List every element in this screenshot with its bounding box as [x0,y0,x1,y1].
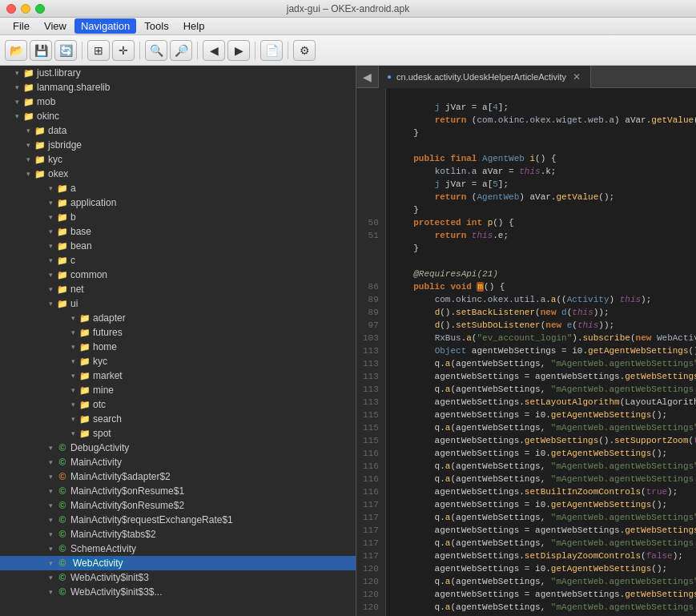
tree-item-lanmang[interactable]: ▾ 📁 lanmang.sharelib [0,80,356,95]
tree-label: common [70,269,107,280]
save-all-button[interactable]: 💾 [30,40,52,61]
tree-arrow: ▾ [45,183,56,194]
main-area: ▾ 📁 just.library ▾ 📁 lanmang.sharelib ▾ … [0,66,696,616]
tree-label: futures [93,327,123,338]
tree-item-b[interactable]: ▾ 📁 b [0,210,356,224]
tree-label: MainActivity$requestExchangeRate$1 [70,514,233,525]
code-line: q.a(agentWebSettings, "mAgentWeb.agentWe… [392,357,690,370]
tree-item-futures[interactable]: ▾ 📁 futures [0,325,356,340]
tree-item-main-activity-adapter[interactable]: ▾ © MainActivity$adapter$2 [0,469,356,484]
tree-item-web-activity-init3-more[interactable]: ▾ © WebActivity$init$3$... [0,585,356,599]
code-line: agentWebSettings = agentWebSettings.getW… [392,370,690,383]
decompile-button[interactable]: 📄 [260,40,283,61]
tree-item-mob[interactable]: ▾ 📁 mob [0,95,356,109]
text-search-button[interactable]: 🔍 [145,40,167,61]
tree-item-okinc[interactable]: ▾ 📁 okinc [0,109,356,123]
tree-item-common[interactable]: ▾ 📁 common [0,268,356,282]
code-line: d().setSubDoListener(new e(this)); [392,319,690,332]
tree-arrow: ▾ [67,312,78,324]
menu-navigation[interactable]: Navigation [74,18,136,34]
tree-label: search [93,413,122,425]
tree-item-main-activity-tabs[interactable]: ▾ © MainActivity$tabs$2 [0,527,356,542]
code-line: return (AgentWeb) aVar.getValue(); [392,191,690,203]
tree-arrow: ▾ [67,428,78,439]
tree-item-search[interactable]: ▾ 📁 search [0,412,356,426]
settings-button[interactable]: ⚙ [293,40,316,61]
tree-item-bean[interactable]: ▾ 📁 bean [0,239,356,253]
menu-view[interactable]: View [38,18,73,34]
tree-item-application[interactable]: ▾ 📁 application [0,195,356,210]
tree-item-otc[interactable]: ▾ 📁 otc [0,397,356,412]
code-text: j jVar = a[4]; return (com.okinc.okex.wi… [386,88,696,616]
tree-label: mine [93,384,114,396]
tab-bar: ◀ ● cn.udesk.activity.UdeskHelperArticle… [356,66,696,88]
tree-label: adapter [93,312,126,324]
folder-icon: 📁 [56,183,69,194]
tree-item-web-activity-init3[interactable]: ▾ © WebActivity$init$3 [0,570,356,585]
menu-help[interactable]: Help [177,18,211,34]
tree-item-debug-activity[interactable]: ▾ © DebugActivity [0,441,356,455]
folder-icon: 📁 [34,125,46,136]
tree-arrow: ▾ [22,168,34,179]
tree-label: base [70,226,91,237]
tree-item-main-activity-onresume1[interactable]: ▾ © MainActivity$onResume$1 [0,484,356,498]
tree-item-home[interactable]: ▾ 📁 home [0,340,356,354]
folder-icon: 📁 [56,298,69,309]
menu-tools[interactable]: Tools [138,18,175,34]
class-icon: © [56,572,69,583]
maximize-button[interactable] [35,4,45,14]
tree-item-market[interactable]: ▾ 📁 market [0,368,356,383]
tree-item-base[interactable]: ▾ 📁 base [0,224,356,239]
folder-icon: 📁 [78,399,91,410]
code-line: d().setBackListener(new d(this)); [392,306,690,319]
tree-item-spot[interactable]: ▾ 📁 spot [0,426,356,441]
forward-button[interactable]: ▶ [227,40,250,61]
toolbar-separator-3 [197,42,198,59]
tab-back-button[interactable]: ◀ [356,66,379,88]
class-icon: © [56,529,69,540]
tree-item-web-activity[interactable]: ▾ © WebActivity [0,556,356,570]
back-button[interactable]: ◀ [203,40,225,61]
tree-item-net[interactable]: ▾ 📁 net [0,282,356,296]
code-line: agentWebSettings.setDisplayZoomControls(… [392,550,690,562]
tree-item-ui[interactable]: ▾ 📁 ui [0,296,356,311]
tree-label: okex [48,168,68,179]
reload-button[interactable]: 🔄 [54,40,77,61]
tree-item-main-activity[interactable]: ▾ © MainActivity [0,455,356,469]
tree-item-main-activity-request[interactable]: ▾ © MainActivity$requestExchangeRate$1 [0,513,356,527]
tree-item-a[interactable]: ▾ 📁 a [0,181,356,195]
tree-arrow: ▾ [11,82,22,93]
code-line: kotlin.a aVar = this.k; [392,165,690,178]
tree-item-kyc-top[interactable]: ▾ 📁 kyc [0,152,356,167]
tree-item-just-library[interactable]: ▾ 📁 just.library [0,66,356,80]
code-line: q.a(agentWebSettings, "mAgentWeb.agentWe… [392,421,690,434]
minimize-button[interactable] [21,4,30,14]
close-button[interactable] [6,4,16,14]
menu-file[interactable]: File [6,18,36,34]
tree-item-mine[interactable]: ▾ 📁 mine [0,383,356,397]
tab-close-button[interactable]: ✕ [571,71,582,83]
tree-item-kyc-ui[interactable]: ▾ 📁 kyc [0,354,356,368]
tree-item-c[interactable]: ▾ 📁 c [0,253,356,268]
tree-label: bean [70,240,92,252]
file-tree-panel: ▾ 📁 just.library ▾ 📁 lanmang.sharelib ▾ … [0,66,356,616]
tree-item-scheme-activity[interactable]: ▾ © SchemeActivity [0,542,356,556]
tree-item-jsbridge[interactable]: ▾ 📁 jsbridge [0,138,356,152]
tree-label: application [70,197,116,208]
code-tab[interactable]: ● cn.udesk.activity.UdeskHelperArticleAc… [379,66,591,88]
open-file-button[interactable]: 📂 [5,40,27,61]
tree-arrow: ▾ [45,457,56,468]
code-view[interactable]: 50 51 86 89 89 97 103 113 113 113 113 11… [356,88,696,616]
tree-item-data[interactable]: ▾ 📁 data [0,123,356,138]
tree-arrow: ▾ [45,543,56,554]
tree-label: otc [93,399,106,410]
tree-item-adapter[interactable]: ▾ 📁 adapter [0,311,356,325]
zoom-in-button[interactable]: 🔎 [170,40,192,61]
add-button[interactable]: ✛ [112,40,135,61]
folder-icon: 📁 [56,269,69,280]
show-all-button[interactable]: ⊞ [87,40,110,61]
tree-label: MainActivity$onResume$1 [70,485,184,497]
tree-item-main-activity-onresume2[interactable]: ▾ © MainActivity$onResume$2 [0,498,356,513]
tree-arrow: ▾ [45,255,56,266]
tree-item-okex[interactable]: ▾ 📁 okex [0,167,356,181]
